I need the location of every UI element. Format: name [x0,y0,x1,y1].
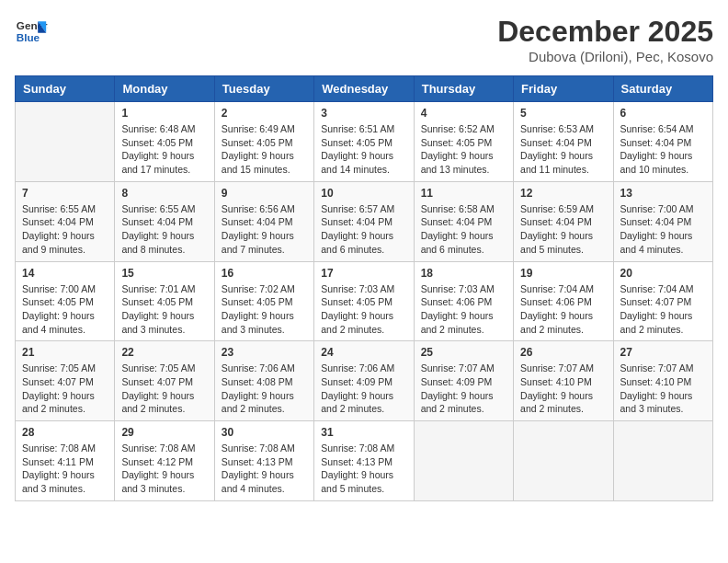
calendar-day-cell: 11Sunrise: 6:58 AMSunset: 4:04 PMDayligh… [414,181,513,261]
calendar-day-cell: 28Sunrise: 7:08 AMSunset: 4:11 PMDayligh… [16,421,115,501]
day-info: Sunrise: 7:07 AMSunset: 4:09 PMDaylight:… [421,362,506,416]
calendar-day-cell: 22Sunrise: 7:05 AMSunset: 4:07 PMDayligh… [115,341,214,421]
calendar-day-cell: 19Sunrise: 7:04 AMSunset: 4:06 PMDayligh… [514,261,613,341]
calendar-header-cell: Tuesday [214,76,313,102]
day-info: Sunrise: 7:08 AMSunset: 4:13 PMDaylight:… [222,442,307,496]
calendar-day-cell [414,421,513,501]
day-info: Sunrise: 7:06 AMSunset: 4:08 PMDaylight:… [222,362,307,416]
svg-text:Blue: Blue [17,31,40,43]
calendar-day-cell: 5Sunrise: 6:53 AMSunset: 4:04 PMDaylight… [514,102,613,182]
day-info: Sunrise: 7:06 AMSunset: 4:09 PMDaylight:… [321,362,406,416]
calendar-day-cell: 27Sunrise: 7:07 AMSunset: 4:10 PMDayligh… [613,341,712,421]
calendar-day-cell [514,421,613,501]
day-number: 4 [421,107,506,120]
calendar-day-cell: 7Sunrise: 6:55 AMSunset: 4:04 PMDaylight… [16,181,115,261]
calendar-week-row: 28Sunrise: 7:08 AMSunset: 4:11 PMDayligh… [16,421,713,501]
day-number: 20 [620,267,706,280]
day-info: Sunrise: 7:07 AMSunset: 4:10 PMDaylight:… [520,362,606,416]
calendar-header-row: SundayMondayTuesdayWednesdayThursdayFrid… [16,76,713,102]
day-number: 23 [222,346,307,359]
day-number: 1 [121,107,207,120]
calendar-day-cell: 12Sunrise: 6:59 AMSunset: 4:04 PMDayligh… [514,181,613,261]
day-info: Sunrise: 6:55 AMSunset: 4:04 PMDaylight:… [22,202,108,257]
calendar-day-cell: 24Sunrise: 7:06 AMSunset: 4:09 PMDayligh… [314,341,414,421]
day-number: 22 [121,346,207,359]
day-number: 13 [620,187,706,200]
day-info: Sunrise: 6:55 AMSunset: 4:04 PMDaylight:… [121,202,207,257]
day-number: 15 [121,267,207,280]
logo-icon: General Blue [15,15,48,48]
calendar-header-cell: Thursday [414,76,513,102]
calendar-day-cell: 20Sunrise: 7:04 AMSunset: 4:07 PMDayligh… [613,261,712,341]
calendar-day-cell: 30Sunrise: 7:08 AMSunset: 4:13 PMDayligh… [214,421,313,501]
day-number: 7 [22,187,108,200]
calendar-day-cell: 16Sunrise: 7:02 AMSunset: 4:05 PMDayligh… [214,261,313,341]
day-number: 18 [421,267,506,280]
day-info: Sunrise: 6:59 AMSunset: 4:04 PMDaylight:… [520,202,606,257]
day-info: Sunrise: 7:05 AMSunset: 4:07 PMDaylight:… [121,362,207,416]
title-section: December 2025 Dubova (Driloni), Pec, Kos… [497,15,713,64]
location: Dubova (Driloni), Pec, Kosovo [497,49,713,64]
day-info: Sunrise: 7:04 AMSunset: 4:06 PMDaylight:… [520,282,606,337]
day-info: Sunrise: 6:48 AMSunset: 4:05 PMDaylight:… [121,122,207,177]
day-info: Sunrise: 6:52 AMSunset: 4:05 PMDaylight:… [421,122,506,177]
day-number: 17 [321,267,406,280]
calendar-day-cell: 17Sunrise: 7:03 AMSunset: 4:05 PMDayligh… [314,261,414,341]
day-info: Sunrise: 7:08 AMSunset: 4:12 PMDaylight:… [121,442,207,496]
calendar-day-cell: 25Sunrise: 7:07 AMSunset: 4:09 PMDayligh… [414,341,513,421]
day-info: Sunrise: 7:00 AMSunset: 4:05 PMDaylight:… [22,282,108,337]
calendar-day-cell [16,102,115,182]
day-info: Sunrise: 6:53 AMSunset: 4:04 PMDaylight:… [520,122,606,177]
calendar-day-cell: 1Sunrise: 6:48 AMSunset: 4:05 PMDaylight… [115,102,214,182]
day-info: Sunrise: 6:58 AMSunset: 4:04 PMDaylight:… [421,202,506,257]
day-number: 26 [520,346,606,359]
day-number: 28 [22,426,108,439]
calendar-day-cell [613,421,712,501]
day-info: Sunrise: 7:01 AMSunset: 4:05 PMDaylight:… [121,282,207,337]
calendar-day-cell: 15Sunrise: 7:01 AMSunset: 4:05 PMDayligh… [115,261,214,341]
day-number: 19 [520,267,606,280]
calendar-header-cell: Wednesday [314,76,414,102]
day-info: Sunrise: 6:54 AMSunset: 4:04 PMDaylight:… [620,122,706,177]
day-info: Sunrise: 7:07 AMSunset: 4:10 PMDaylight:… [620,362,706,416]
calendar-header-cell: Monday [115,76,214,102]
day-number: 29 [121,426,207,439]
day-number: 9 [222,187,307,200]
calendar-day-cell: 21Sunrise: 7:05 AMSunset: 4:07 PMDayligh… [16,341,115,421]
calendar-day-cell: 10Sunrise: 6:57 AMSunset: 4:04 PMDayligh… [314,181,414,261]
day-number: 24 [321,346,406,359]
day-number: 11 [421,187,506,200]
day-number: 31 [321,426,406,439]
calendar-day-cell: 3Sunrise: 6:51 AMSunset: 4:05 PMDaylight… [314,102,414,182]
day-number: 25 [421,346,506,359]
day-info: Sunrise: 6:56 AMSunset: 4:04 PMDaylight:… [222,202,307,257]
day-info: Sunrise: 6:51 AMSunset: 4:05 PMDaylight:… [321,122,406,177]
calendar-header-cell: Saturday [613,76,712,102]
calendar-week-row: 7Sunrise: 6:55 AMSunset: 4:04 PMDaylight… [16,181,713,261]
calendar-day-cell: 26Sunrise: 7:07 AMSunset: 4:10 PMDayligh… [514,341,613,421]
day-info: Sunrise: 6:49 AMSunset: 4:05 PMDaylight:… [222,122,307,177]
calendar-header-cell: Sunday [16,76,115,102]
day-number: 21 [22,346,108,359]
page-header: General Blue December 2025 Dubova (Drilo… [15,15,713,64]
day-info: Sunrise: 7:03 AMSunset: 4:06 PMDaylight:… [421,282,506,337]
day-info: Sunrise: 7:08 AMSunset: 4:11 PMDaylight:… [22,442,108,496]
calendar-week-row: 21Sunrise: 7:05 AMSunset: 4:07 PMDayligh… [16,341,713,421]
calendar-day-cell: 29Sunrise: 7:08 AMSunset: 4:12 PMDayligh… [115,421,214,501]
day-number: 12 [520,187,606,200]
calendar-day-cell: 4Sunrise: 6:52 AMSunset: 4:05 PMDaylight… [414,102,513,182]
day-number: 30 [222,426,307,439]
day-info: Sunrise: 7:04 AMSunset: 4:07 PMDaylight:… [620,282,706,337]
day-number: 3 [321,107,406,120]
calendar-header-cell: Friday [514,76,613,102]
calendar-day-cell: 14Sunrise: 7:00 AMSunset: 4:05 PMDayligh… [16,261,115,341]
day-number: 5 [520,107,606,120]
calendar-day-cell: 9Sunrise: 6:56 AMSunset: 4:04 PMDaylight… [214,181,313,261]
calendar-body: 1Sunrise: 6:48 AMSunset: 4:05 PMDaylight… [16,102,713,501]
month-title: December 2025 [497,15,713,49]
calendar-day-cell: 13Sunrise: 7:00 AMSunset: 4:04 PMDayligh… [613,181,712,261]
calendar-day-cell: 18Sunrise: 7:03 AMSunset: 4:06 PMDayligh… [414,261,513,341]
calendar-day-cell: 6Sunrise: 6:54 AMSunset: 4:04 PMDaylight… [613,102,712,182]
day-info: Sunrise: 7:05 AMSunset: 4:07 PMDaylight:… [22,362,108,416]
calendar-day-cell: 23Sunrise: 7:06 AMSunset: 4:08 PMDayligh… [214,341,313,421]
